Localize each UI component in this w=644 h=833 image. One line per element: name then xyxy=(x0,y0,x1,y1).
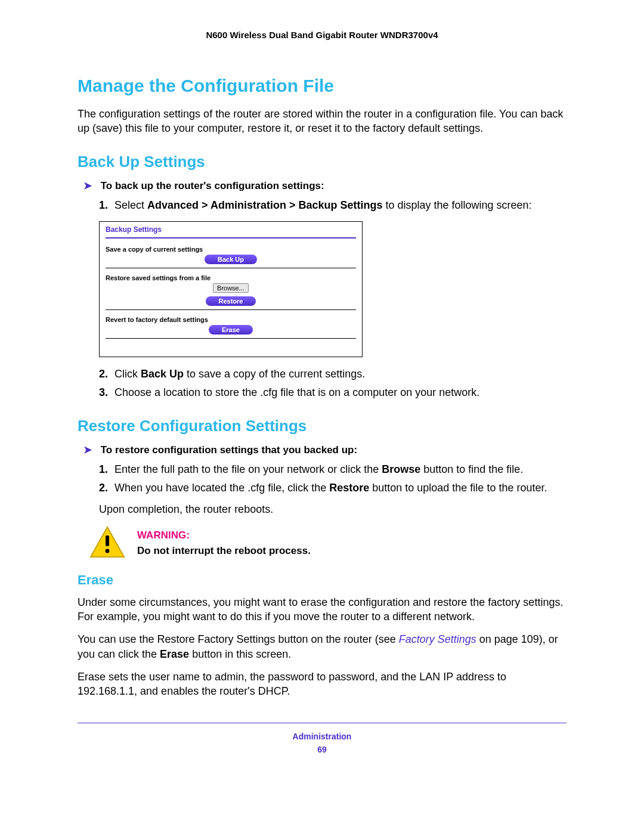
erase-para-2: You can use the Restore Factory Settings… xyxy=(78,632,566,661)
page-footer: Administration 69 xyxy=(78,723,566,754)
restore-step-1: 1. Enter the full path to the file on yo… xyxy=(99,462,566,477)
warning-triangle-icon xyxy=(89,526,125,558)
restore-procedure-heading: ➤ To restore configuration settings that… xyxy=(83,444,566,456)
erase-p2-post: button in this screen. xyxy=(189,648,291,660)
section-backup-title: Back Up Settings xyxy=(78,153,566,171)
section-restore-title: Restore Configuration Settings xyxy=(78,417,566,435)
svg-rect-1 xyxy=(106,535,109,546)
footer-page-number: 69 xyxy=(78,745,566,754)
restore-procedure-label: To restore configuration settings that y… xyxy=(101,444,357,456)
intro-paragraph: The configuration settings of the router… xyxy=(78,107,566,136)
restore-step-1-pre: Enter the full path to the file on your … xyxy=(114,463,382,475)
erase-button[interactable]: Erase xyxy=(209,325,253,335)
erase-para-3: Erase sets the user name to admin, the p… xyxy=(78,670,566,699)
restore-after-text: Upon completion, the router reboots. xyxy=(99,502,566,516)
backup-step-2: 2. Click Back Up to save a copy of the c… xyxy=(99,367,566,382)
backup-step-1-pre: Select xyxy=(114,199,147,211)
warning-block: WARNING: Do not interrupt the reboot pro… xyxy=(89,526,566,558)
warning-label: WARNING: xyxy=(137,529,311,541)
panel-title: Backup Settings xyxy=(106,225,356,239)
svg-point-2 xyxy=(106,549,110,553)
footer-chapter: Administration xyxy=(78,732,566,741)
restore-step-2: 2. When you have located the .cfg file, … xyxy=(99,481,566,496)
backup-step-1-bold: Advanced > Administration > Backup Setti… xyxy=(147,199,382,211)
restore-step-1-bold: Browse xyxy=(382,463,420,475)
restore-button[interactable]: Restore xyxy=(206,296,256,306)
backup-step-1: 1. Select Advanced > Administration > Ba… xyxy=(99,198,566,213)
backup-button[interactable]: Back Up xyxy=(205,255,257,264)
panel-save-label: Save a copy of current settings xyxy=(106,246,356,253)
erase-p2-bold: Erase xyxy=(160,648,189,660)
page-header-product: N600 Wireless Dual Band Gigabit Router W… xyxy=(78,30,566,40)
browse-button[interactable]: Browse... xyxy=(213,283,249,293)
backup-step-1-post: to display the following screen: xyxy=(382,199,531,211)
chevron-right-icon: ➤ xyxy=(83,180,92,191)
warning-message: Do not interrupt the reboot process. xyxy=(137,545,311,557)
backup-step-2-post: to save a copy of the current settings. xyxy=(184,368,365,380)
backup-procedure-heading: ➤ To back up the router's configuration … xyxy=(83,179,566,192)
backup-step-3-text: Choose a location to store the .cfg file… xyxy=(114,386,479,398)
section-erase-title: Erase xyxy=(78,572,566,588)
factory-settings-link[interactable]: Factory Settings xyxy=(399,633,476,645)
restore-step-2-bold: Restore xyxy=(329,482,369,494)
backup-settings-panel: Backup Settings Save a copy of current s… xyxy=(99,221,363,357)
erase-p2-pre: You can use the Restore Factory Settings… xyxy=(78,633,399,645)
panel-revert-label: Revert to factory default settings xyxy=(106,316,356,323)
chevron-right-icon: ➤ xyxy=(83,444,92,456)
restore-step-1-post: button to find the file. xyxy=(420,463,523,475)
page-title: Manage the Configuration File xyxy=(78,76,566,96)
backup-step-2-pre: Click xyxy=(114,368,141,380)
panel-restore-label: Restore saved settings from a file xyxy=(106,274,356,281)
backup-procedure-label: To back up the router's configuration se… xyxy=(101,180,324,191)
restore-step-2-pre: When you have located the .cfg file, cli… xyxy=(114,482,329,494)
backup-step-3: 3. Choose a location to store the .cfg f… xyxy=(99,385,566,400)
backup-step-2-bold: Back Up xyxy=(141,368,184,380)
restore-step-2-post: button to upload the file to the router. xyxy=(369,482,547,494)
erase-para-1: Under some circumstances, you might want… xyxy=(78,595,566,624)
